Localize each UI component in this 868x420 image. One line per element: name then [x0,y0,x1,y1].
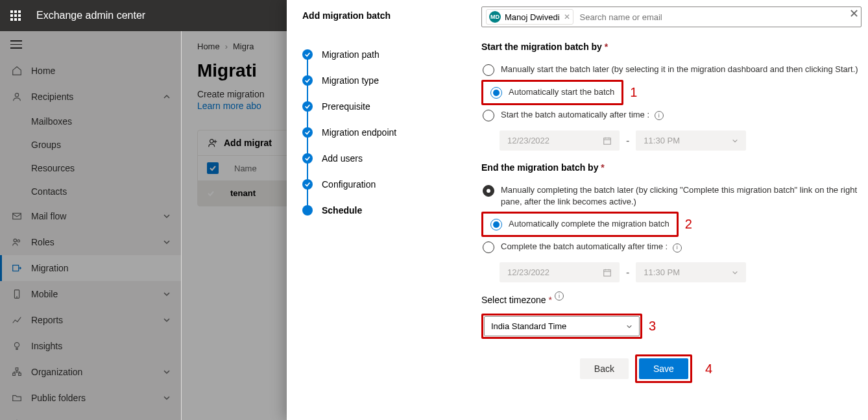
sidebar-item-home[interactable]: Home [0,58,181,84]
sidebar-item-publicfolders[interactable]: Public folders [0,385,181,411]
info-icon[interactable]: i [655,111,664,120]
sidebar-item-label: Recipients [31,92,73,102]
save-button[interactable]: Save [639,358,688,379]
svg-rect-14 [604,270,611,277]
sidebar-item-label: Groups [31,140,61,150]
step-schedule[interactable]: Schedule [302,197,466,223]
sidebar-item-insights[interactable]: Insights [0,333,181,359]
svg-point-6 [17,297,18,297]
chevron-down-icon [732,269,738,276]
learn-more-link[interactable]: Learn more abo [197,101,261,111]
sidebar-item-migration[interactable]: Migration [0,255,181,281]
radio-label: Complete the batch automatically after t… [501,241,860,253]
timezone-select[interactable]: India Standard Time [484,316,640,336]
breadcrumb-separator: › [225,42,228,51]
sidebar-item-contacts[interactable]: Contacts [0,180,181,203]
sidebar-item-organization[interactable]: Organization [0,359,181,385]
sidebar-item-label: Mailboxes [31,116,72,127]
column-header-name[interactable]: Name [234,164,257,173]
end-date-picker[interactable]: 12/23/2022 [500,262,620,282]
breadcrumb-current: Migra [233,42,254,51]
sidebar-item-reports[interactable]: Reports [0,307,181,333]
radio-end-manual[interactable]: Manually completing the batch later (by … [481,180,862,212]
add-people-icon [207,137,219,149]
waffle-menu[interactable] [5,5,26,26]
sidebar-item-groups[interactable]: Groups [0,133,181,156]
annotation-highlight-3: India Standard Time [481,314,642,339]
check-icon [302,179,313,190]
step-migration-endpoint[interactable]: Migration endpoint [302,119,466,145]
sidebar-item-label: Insights [31,341,62,351]
radio-icon [490,87,502,99]
svg-point-0 [15,93,18,96]
svg-point-2 [14,239,17,242]
radio-end-auto[interactable]: Automatically complete the migration bat… [484,214,676,234]
add-migration-button[interactable]: Add migrat [224,138,272,148]
step-add-users[interactable]: Add users [302,145,466,171]
svg-point-12 [210,140,213,143]
annotation-4: 4 [705,362,712,377]
timezone-label: Select timezone *i [481,295,564,306]
chevron-down-icon [163,212,171,220]
chevron-down-icon [163,394,171,402]
remove-token-icon[interactable]: ✕ [564,12,570,21]
step-migration-path[interactable]: Migration path [302,42,466,68]
close-icon[interactable]: ✕ [849,6,859,21]
row-name: tenant [230,188,256,198]
start-date-picker[interactable]: 12/23/2022 [500,130,620,151]
calendar-icon [603,136,612,145]
recipient-search-input[interactable] [580,12,857,22]
sidebar-item-mobile[interactable]: Mobile [0,281,181,307]
info-icon[interactable]: i [555,291,564,301]
radio-end-aftertime[interactable]: Complete the batch automatically after t… [481,237,862,257]
app-title: Exchange admin center [36,10,145,21]
radio-start-manual[interactable]: Manually start the batch later (by selec… [481,60,862,80]
back-button[interactable]: Back [580,358,629,379]
chevron-down-icon [163,290,171,298]
end-section-header: End the migration batch by * [481,162,862,173]
svg-rect-4 [13,265,19,271]
radio-label: Start the batch automatically after time… [501,109,860,121]
chevron-down-icon [163,368,171,376]
svg-rect-8 [16,367,18,370]
sidebar-item-label: Roles [31,237,54,247]
panel-title: Add migration batch [302,10,466,21]
sidebar-item-label: Mail flow [31,211,66,221]
dash: - [626,267,629,278]
start-time-picker[interactable]: 11:30 PM [636,130,746,151]
radio-start-auto[interactable]: Automatically start the batch [484,82,621,103]
sidebar-item-label: Contacts [31,186,67,197]
info-icon[interactable]: i [673,243,682,253]
sidebar-item-resources[interactable]: Resources [0,156,181,180]
annotation-1: 1 [630,85,637,100]
sidebar-item-settings[interactable]: Settings [0,411,181,421]
calendar-icon [603,268,612,277]
check-icon [302,101,313,112]
step-configuration[interactable]: Configuration [302,171,466,197]
annotation-2: 2 [685,217,692,232]
sidebar-item-recipients[interactable]: Recipients [0,84,181,110]
breadcrumb-home[interactable]: Home [197,42,220,51]
current-step-icon [302,205,313,216]
hamburger-icon[interactable] [10,40,22,49]
radio-start-aftertime[interactable]: Start the batch automatically after time… [481,105,862,125]
sidebar-item-roles[interactable]: Roles [0,229,181,255]
chevron-up-icon [163,93,171,101]
row-checkbox[interactable] [207,190,215,197]
mobile-icon [10,288,23,301]
recipient-token[interactable]: MD Manoj Dwivedi ✕ [486,9,573,25]
step-prerequisite[interactable]: Prerequisite [302,93,466,119]
token-name: Manoj Dwivedi [505,12,560,22]
select-all-checkbox[interactable] [207,162,219,174]
step-migration-type[interactable]: Migration type [302,68,466,93]
mail-icon [10,210,23,223]
sidebar-item-mailflow[interactable]: Mail flow [0,203,181,229]
wizard-steps: Migration path Migration type Prerequisi… [302,42,466,223]
end-time-picker[interactable]: 11:30 PM [636,262,746,282]
check-icon [302,153,313,164]
radio-icon [483,241,494,253]
sidebar-item-mailboxes[interactable]: Mailboxes [0,110,181,133]
gear-icon [10,417,23,421]
avatar: MD [489,11,501,23]
recipient-picker[interactable]: MD Manoj Dwivedi ✕ [481,6,862,27]
